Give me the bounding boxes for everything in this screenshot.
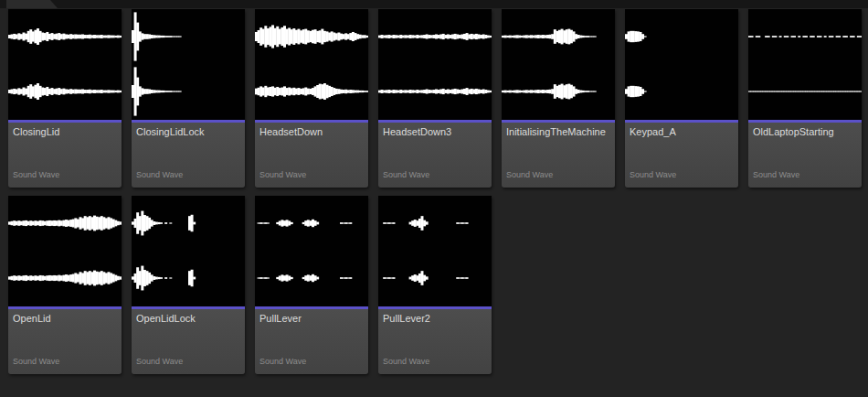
asset-name: Headset​Down3 bbox=[378, 123, 492, 138]
asset-name: Closing​Lid​Lock bbox=[132, 123, 245, 138]
asset-type: Sound Wave bbox=[136, 170, 183, 179]
asset-label-area: Open​Lid Sound Wave bbox=[8, 309, 122, 374]
asset-type: Sound Wave bbox=[259, 357, 306, 366]
asset-name: Open​Lid bbox=[8, 309, 122, 325]
asset-type: Sound Wave bbox=[13, 357, 59, 366]
soundwave-thumbnail bbox=[132, 196, 245, 306]
waveform-icon bbox=[378, 9, 492, 120]
soundwave-thumbnail bbox=[378, 196, 492, 306]
asset-tile[interactable]: Headset​Down3 Sound Wave bbox=[378, 9, 492, 188]
soundwave-thumbnail bbox=[502, 9, 615, 120]
soundwave-thumbnail bbox=[132, 9, 245, 120]
soundwave-thumbnail bbox=[255, 9, 368, 120]
waveform-icon bbox=[625, 9, 738, 120]
asset-grid: Closing​Lid Sound Wave Closing​Lid​Lock … bbox=[8, 9, 862, 374]
asset-type: Sound Wave bbox=[383, 357, 429, 366]
soundwave-thumbnail bbox=[625, 9, 738, 120]
asset-label-area: Headset​Down3 Sound Wave bbox=[378, 123, 492, 188]
asset-type: Sound Wave bbox=[383, 170, 429, 179]
waveform-icon bbox=[378, 196, 492, 306]
asset-name: Closing​Lid bbox=[8, 123, 122, 138]
asset-tile[interactable]: Keypad_A Sound Wave bbox=[625, 9, 738, 188]
asset-tile[interactable]: Pull​Lever2 Sound Wave bbox=[378, 196, 492, 374]
content-browser-tab-edge[interactable] bbox=[6, 0, 58, 8]
asset-name: Keypad_A bbox=[625, 123, 738, 138]
asset-tile[interactable]: Closing​Lid​Lock Sound Wave bbox=[132, 9, 245, 188]
asset-tile[interactable]: Headset​Down Sound Wave bbox=[255, 9, 368, 188]
panel-top-strip bbox=[0, 0, 868, 8]
soundwave-thumbnail bbox=[8, 9, 122, 120]
soundwave-thumbnail bbox=[378, 9, 492, 120]
asset-tile[interactable]: Pull​Lever Sound Wave bbox=[255, 196, 368, 374]
asset-type: Sound Wave bbox=[506, 170, 553, 179]
asset-label-area: Initialising​The​Machine Sound Wave bbox=[502, 123, 615, 188]
asset-name: Open​Lid​Lock bbox=[132, 309, 245, 325]
asset-name: Initialising​The​Machine bbox=[502, 123, 615, 138]
asset-label-area: Pull​Lever Sound Wave bbox=[255, 309, 368, 374]
asset-tile[interactable]: Closing​Lid Sound Wave bbox=[8, 9, 122, 188]
waveform-icon bbox=[255, 9, 368, 120]
asset-type: Sound Wave bbox=[13, 170, 59, 179]
waveform-icon bbox=[8, 196, 122, 306]
asset-label-area: Headset​Down Sound Wave bbox=[255, 123, 368, 188]
asset-tile[interactable]: Initialising​The​Machine Sound Wave bbox=[502, 9, 615, 188]
asset-name: Pull​Lever bbox=[255, 309, 368, 325]
asset-tile[interactable]: Old​Laptop​Starting Sound Wave bbox=[748, 9, 862, 188]
asset-label-area: Open​Lid​Lock Sound Wave bbox=[132, 309, 245, 374]
asset-label-area: Old​Laptop​Starting Sound Wave bbox=[748, 123, 862, 188]
waveform-icon bbox=[132, 196, 245, 306]
asset-label-area: Keypad_A Sound Wave bbox=[625, 123, 738, 188]
asset-label-area: Closing​Lid​Lock Sound Wave bbox=[132, 123, 245, 188]
asset-name: Old​Laptop​Starting bbox=[748, 123, 862, 138]
soundwave-thumbnail bbox=[748, 9, 862, 120]
asset-type: Sound Wave bbox=[753, 170, 799, 179]
waveform-icon bbox=[502, 9, 615, 120]
asset-type: Sound Wave bbox=[630, 170, 676, 179]
asset-label-area: Closing​Lid Sound Wave bbox=[8, 123, 122, 188]
asset-name: Pull​Lever2 bbox=[378, 309, 492, 325]
asset-tile[interactable]: Open​Lid​Lock Sound Wave bbox=[132, 196, 245, 374]
waveform-icon bbox=[748, 9, 862, 120]
content-browser-panel: Closing​Lid Sound Wave Closing​Lid​Lock … bbox=[0, 0, 868, 397]
waveform-icon bbox=[132, 9, 245, 120]
asset-type: Sound Wave bbox=[136, 357, 183, 366]
asset-tile[interactable]: Open​Lid Sound Wave bbox=[8, 196, 122, 374]
asset-type: Sound Wave bbox=[259, 170, 306, 179]
asset-label-area: Pull​Lever2 Sound Wave bbox=[378, 309, 492, 374]
asset-name: Headset​Down bbox=[255, 123, 368, 138]
soundwave-thumbnail bbox=[255, 196, 368, 306]
soundwave-thumbnail bbox=[8, 196, 122, 306]
waveform-icon bbox=[255, 196, 368, 306]
waveform-icon bbox=[8, 9, 122, 120]
